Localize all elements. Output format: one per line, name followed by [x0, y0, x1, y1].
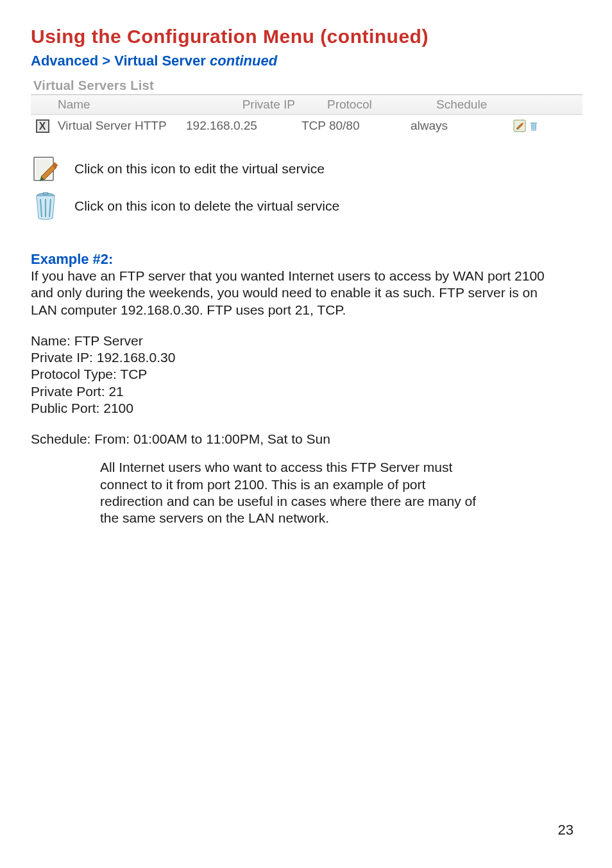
row-checkbox[interactable]: X [36, 119, 49, 133]
virtual-servers-list-header: Name Private IP Protocol Schedule [31, 95, 582, 115]
example-field: Public Port: 2100 [31, 400, 563, 417]
trash-icon[interactable] [527, 119, 540, 132]
example-schedule: Schedule: From: 01:00AM to 11:00PM, Sat … [31, 431, 563, 447]
column-header-schedule: Schedule [430, 98, 539, 112]
legend-row-edit: Click on this icon to edit the virtual s… [31, 153, 581, 184]
breadcrumb-path: Advanced > Virtual Server [31, 53, 210, 69]
cell-private-ip: 192.168.0.25 [186, 119, 295, 133]
page-heading: Using the Configuration Menu (continued) [31, 26, 581, 48]
cell-protocol: TCP 80/80 [295, 119, 404, 133]
page-number: 23 [558, 822, 574, 838]
breadcrumb: Advanced > Virtual Server continued [31, 53, 581, 69]
example-field: Private IP: 192.168.0.30 [31, 349, 563, 366]
notepad-edit-icon [31, 153, 60, 184]
column-header-protocol: Protocol [321, 98, 430, 112]
column-header-name: Name [31, 98, 186, 112]
example-fields: Name: FTP Server Private IP: 192.168.0.3… [31, 333, 563, 417]
example-paragraph-1: If you have an FTP server that you wante… [31, 268, 563, 318]
trash-can-icon [31, 191, 60, 221]
legend-delete-text: Click on this icon to delete the virtual… [74, 198, 339, 214]
breadcrumb-continued: continued [210, 53, 277, 69]
column-header-private-ip: Private IP [186, 98, 321, 112]
edit-icon[interactable] [513, 119, 526, 132]
icon-legend: Click on this icon to edit the virtual s… [31, 153, 581, 221]
legend-row-delete: Click on this icon to delete the virtual… [31, 191, 581, 221]
legend-edit-text: Click on this icon to edit the virtual s… [74, 161, 325, 177]
cell-schedule: always [404, 119, 513, 133]
example-field: Private Port: 21 [31, 383, 563, 400]
example-heading: Example #2: [31, 251, 581, 268]
example-field: Protocol Type: TCP [31, 366, 563, 383]
table-row: X Virtual Server HTTP 192.168.0.25 TCP 8… [31, 115, 582, 137]
virtual-servers-list-title: Virtual Servers List [31, 78, 582, 95]
cell-name: Virtual Server HTTP [54, 119, 186, 133]
example-field: Name: FTP Server [31, 333, 563, 349]
virtual-servers-panel: Virtual Servers List Name Private IP Pro… [31, 78, 582, 137]
example-note: All Internet users who want to access th… [100, 459, 479, 526]
